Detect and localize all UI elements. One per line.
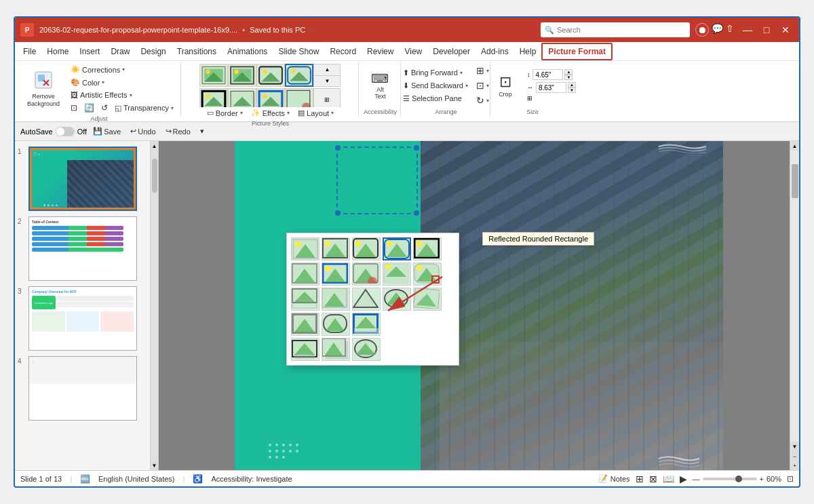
- send-backward-button[interactable]: ⬇ Send Backward ▾: [400, 80, 471, 92]
- popup-style-10-highlighted[interactable]: [413, 263, 442, 286]
- popup-style-8[interactable]: [352, 263, 381, 286]
- popup-style-14[interactable]: [383, 288, 411, 311]
- menu-animations[interactable]: Animations: [222, 44, 273, 59]
- save-button[interactable]: 💾 Save: [90, 125, 124, 137]
- bring-forward-button[interactable]: ⬆ Bring Forward ▾: [400, 67, 471, 79]
- style-7[interactable]: [256, 88, 285, 107]
- style-8[interactable]: [285, 88, 313, 107]
- editing-area[interactable]: ▲ ▼: [151, 141, 799, 470]
- slide-1-thumb[interactable]: 1 ⬡ +: [18, 147, 147, 211]
- popup-style-2[interactable]: [322, 237, 350, 260]
- menu-developer[interactable]: Developer: [427, 44, 476, 59]
- alt-text-button[interactable]: ⌨ AltText: [364, 70, 396, 101]
- compress-button[interactable]: ⊡: [68, 102, 80, 114]
- close-button[interactable]: ✕: [777, 22, 794, 38]
- popup-style-9[interactable]: [383, 263, 411, 286]
- menu-addins[interactable]: Add-ins: [476, 44, 514, 59]
- width-down[interactable]: ▼: [568, 88, 576, 93]
- v-scroll-up[interactable]: ▲: [790, 141, 799, 151]
- popup-style-19[interactable]: [291, 338, 319, 361]
- remove-background-button[interactable]: RemoveBackground: [22, 69, 65, 109]
- artistic-effects-button[interactable]: 🖼 Artistic Effects ▾: [68, 90, 176, 100]
- width-up[interactable]: ▲: [568, 82, 576, 88]
- height-input[interactable]: [532, 69, 563, 80]
- size-expand[interactable]: ⊞: [527, 95, 576, 102]
- menu-picture-format[interactable]: Picture Format: [541, 43, 613, 60]
- picture-layout-button[interactable]: ▤ Layout ▾: [295, 107, 336, 119]
- menu-insert[interactable]: Insert: [74, 44, 105, 59]
- picture-effects-button[interactable]: ✨ Effects ▾: [248, 107, 292, 119]
- popup-style-20[interactable]: [322, 338, 350, 361]
- style-2[interactable]: [228, 64, 256, 87]
- customize-toolbar-btn[interactable]: ▾: [197, 125, 208, 137]
- undo-button[interactable]: ↩ Undo: [127, 125, 159, 137]
- menu-transitions[interactable]: Transitions: [172, 44, 222, 59]
- style-6[interactable]: [228, 88, 256, 107]
- autosave-toggle[interactable]: AutoSave Off: [20, 127, 87, 136]
- view-slideshow-icon[interactable]: ▶: [680, 473, 687, 484]
- popup-style-12[interactable]: [322, 288, 350, 311]
- artistic-dropdown[interactable]: ▾: [130, 92, 132, 98]
- popup-style-15[interactable]: [413, 288, 442, 311]
- view-reading-icon[interactable]: 📖: [663, 473, 674, 484]
- v-scroll-down[interactable]: ▼: [790, 442, 799, 451]
- share-icon[interactable]: ⇧: [726, 23, 734, 37]
- slide-2-thumb[interactable]: 2 Table of Content: [18, 216, 147, 281]
- popup-style-3[interactable]: [352, 237, 381, 260]
- crop-button[interactable]: ⊡ Crop: [489, 72, 522, 99]
- menu-record[interactable]: Record: [324, 44, 362, 59]
- maximize-button[interactable]: □: [758, 22, 775, 38]
- popup-style-16[interactable]: [291, 313, 319, 336]
- gallery-scroll-up[interactable]: ▲ ▼: [313, 64, 341, 87]
- menu-help[interactable]: Help: [514, 44, 542, 59]
- record-icon[interactable]: ⏺: [695, 23, 709, 37]
- reset-picture-button[interactable]: ↺: [98, 102, 111, 114]
- menu-file[interactable]: File: [18, 44, 41, 59]
- popup-style-21[interactable]: [352, 338, 381, 361]
- selection-pane-button[interactable]: ☰ Selection Pane: [400, 93, 471, 104]
- popup-style-11[interactable]: [291, 288, 319, 311]
- redo-button[interactable]: ↪ Redo: [162, 125, 194, 137]
- search-box[interactable]: 🔍: [541, 22, 690, 37]
- slides-scroll-down[interactable]: ▼: [151, 461, 158, 470]
- style-3[interactable]: [256, 64, 285, 87]
- menu-draw[interactable]: Draw: [105, 44, 135, 59]
- color-button[interactable]: 🎨 Color ▾: [68, 77, 176, 88]
- corrections-button[interactable]: ☀️ Corrections ▾: [68, 64, 176, 75]
- popup-style-6[interactable]: [291, 263, 319, 286]
- corrections-dropdown[interactable]: ▾: [122, 66, 125, 73]
- popup-style-13[interactable]: [352, 288, 381, 311]
- style-4[interactable]: [285, 64, 313, 87]
- scroll-down-btn[interactable]: ▼: [314, 76, 340, 87]
- menu-slideshow[interactable]: Slide Show: [273, 44, 324, 59]
- slide-3-thumb[interactable]: 3 Company Overview for RFP Company Logo: [18, 286, 147, 351]
- view-normal-icon[interactable]: ⊞: [636, 473, 644, 484]
- width-input[interactable]: [536, 82, 566, 93]
- comment-icon[interactable]: 💬: [712, 23, 723, 37]
- notes-button[interactable]: 📝 Notes: [598, 474, 630, 483]
- zoom-minus[interactable]: –: [790, 451, 799, 461]
- height-up[interactable]: ▲: [564, 69, 573, 75]
- menu-home[interactable]: Home: [41, 44, 74, 59]
- height-down[interactable]: ▼: [564, 75, 573, 80]
- zoom-out-icon[interactable]: —: [693, 475, 700, 483]
- minimize-button[interactable]: —: [739, 22, 756, 38]
- style-5[interactable]: [199, 88, 228, 107]
- transparency-dropdown[interactable]: ▾: [171, 105, 174, 111]
- style-1[interactable]: [199, 64, 228, 87]
- popup-style-18[interactable]: [352, 313, 381, 336]
- slides-scroll-up[interactable]: ▲: [151, 141, 158, 151]
- popup-style-5[interactable]: [413, 237, 442, 260]
- styles-grid[interactable]: ▲ ▼: [199, 64, 341, 107]
- transparency-button[interactable]: ◱ Transparency ▾: [112, 102, 176, 114]
- color-dropdown[interactable]: ▾: [102, 79, 104, 85]
- menu-review[interactable]: Review: [362, 44, 399, 59]
- zoom-in-icon[interactable]: +: [760, 475, 764, 483]
- view-slide-sorter-icon[interactable]: ⊠: [649, 473, 657, 484]
- fit-zoom-icon[interactable]: ⊡: [787, 474, 794, 484]
- search-input[interactable]: [557, 26, 686, 34]
- accessibility-label[interactable]: Accessibility: Investigate: [211, 475, 292, 483]
- popup-style-4-selected[interactable]: [383, 237, 411, 260]
- zoom-plus[interactable]: +: [790, 461, 799, 470]
- more-styles-btn[interactable]: ⊞: [313, 88, 341, 107]
